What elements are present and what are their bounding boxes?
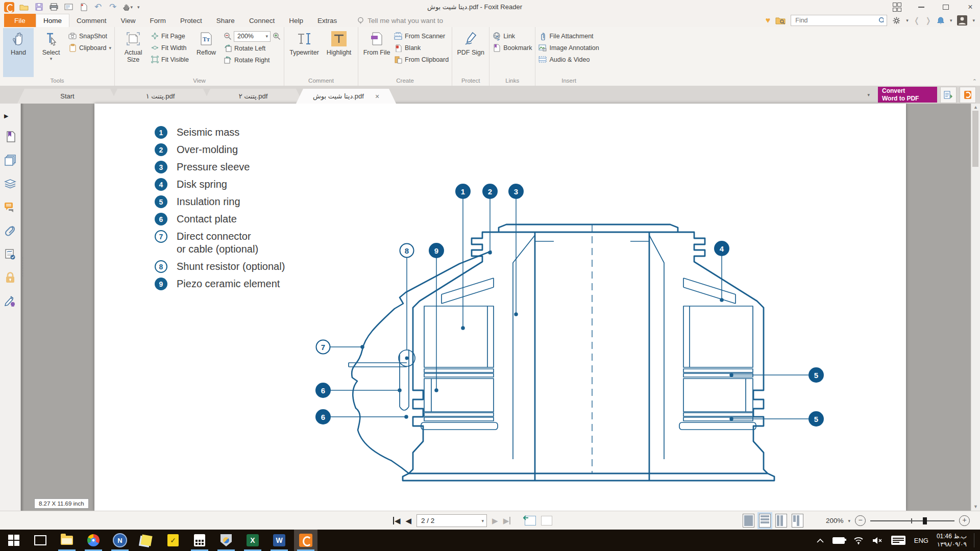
actual-size-button[interactable]: Actual Size [118, 28, 149, 77]
audio-video-button[interactable]: Audio & Video [538, 55, 599, 64]
bookmarks-panel-icon[interactable] [4, 131, 16, 143]
zoom-slider[interactable] [870, 520, 954, 521]
certificates-panel-icon[interactable] [4, 295, 16, 307]
pages-panel-icon[interactable] [4, 154, 16, 166]
tab-datasheet-bosch[interactable]: ديتا شيت بوش.pdf × [296, 89, 396, 104]
minimize-button[interactable] [916, 2, 927, 13]
history-back-icon[interactable]: ❬ [914, 16, 920, 25]
save-icon[interactable] [34, 2, 44, 12]
taskbar-file-explorer[interactable] [55, 530, 79, 551]
typewriter-button[interactable]: Typewriter [287, 28, 321, 77]
zoom-in-button[interactable]: + [959, 515, 970, 526]
clipboard-caret-icon[interactable]: ▾ [109, 45, 112, 51]
menu-help[interactable]: Help [282, 14, 310, 27]
restore-button[interactable] [940, 2, 951, 13]
sidebar-drag-handle[interactable] [22, 257, 23, 277]
link-button[interactable]: Link [493, 31, 532, 41]
scrollbar-thumb[interactable] [972, 111, 978, 167]
tab-list-caret-icon[interactable]: ▾ [867, 92, 870, 97]
start-button[interactable] [2, 530, 26, 551]
convert-word-to-pdf-button[interactable]: Convert Word to PDF [878, 87, 937, 103]
from-clipboard-button[interactable]: From Clipboard [394, 55, 449, 64]
find-magnifier-icon[interactable] [878, 17, 884, 24]
search-folder-icon[interactable] [775, 16, 786, 24]
tab-patent-2[interactable]: پتنت ٢.pdf [203, 89, 303, 104]
menu-protect[interactable]: Protect [173, 14, 209, 27]
menu-file[interactable]: File [4, 14, 36, 27]
digital-signature-panel-icon[interactable] [4, 248, 16, 260]
security-panel-icon[interactable] [4, 271, 16, 284]
continuous-facing-view-icon[interactable] [792, 514, 803, 528]
menu-home[interactable]: Home [36, 14, 69, 27]
user-caret-icon[interactable]: ▾ [972, 18, 975, 23]
taskbar-foxit-reader[interactable] [294, 530, 317, 551]
snapshot-button[interactable]: SnapShot [68, 31, 111, 41]
image-annotation-button[interactable]: Image Annotation [538, 43, 599, 53]
blank-button[interactable]: Blank [394, 43, 449, 53]
favorites-heart-icon[interactable]: ♥ [766, 16, 771, 25]
fit-width-button[interactable]: Fit Width [151, 43, 189, 53]
menu-extras[interactable]: Extras [310, 14, 344, 27]
rotate-right-button[interactable]: Rotate Right [224, 55, 281, 65]
clipboard-button[interactable]: Clipboard ▾ [68, 43, 111, 53]
email-icon[interactable] [63, 2, 74, 12]
first-page-button[interactable]: ◀ [393, 517, 401, 524]
notifications-caret-icon[interactable]: ▾ [950, 18, 952, 23]
taskbar-chrome[interactable] [82, 530, 105, 551]
wifi-icon[interactable] [853, 537, 864, 544]
redo-icon[interactable]: ↷ [108, 2, 118, 12]
user-avatar[interactable] [957, 15, 967, 26]
attachments-panel-icon[interactable] [4, 224, 16, 237]
notifications-bell-icon[interactable] [937, 16, 945, 25]
select-tool-button[interactable]: Select ▾ [36, 28, 66, 77]
next-view-button[interactable] [541, 516, 552, 525]
menu-view[interactable]: View [114, 14, 143, 27]
scroll-down-icon[interactable]: ▼ [971, 503, 980, 511]
from-file-button[interactable]: From File [361, 28, 392, 77]
new-from-blank-icon[interactable] [78, 2, 88, 12]
taskbar-sticky-notes[interactable] [135, 530, 158, 551]
rotate-left-button[interactable]: Rotate Left [224, 43, 281, 53]
settings-caret-icon[interactable]: ▾ [906, 18, 909, 23]
tab-close-icon[interactable]: × [375, 92, 379, 101]
zoom-slider-thumb[interactable] [923, 517, 927, 524]
bookmark-button[interactable]: Bookmark [493, 43, 532, 53]
menu-connect[interactable]: Connect [242, 14, 282, 27]
volume-muted-icon[interactable] [872, 537, 883, 544]
find-input[interactable] [794, 16, 878, 24]
menu-form[interactable]: Form [143, 14, 174, 27]
from-scanner-button[interactable]: From Scanner [394, 31, 449, 41]
status-zoom-caret-icon[interactable]: ▾ [848, 518, 850, 523]
highlight-button[interactable]: Highlight [323, 28, 355, 77]
page-number-box[interactable]: 2 / 2 ▾ [416, 514, 487, 527]
collapse-ribbon-icon[interactable]: ⌃ [972, 78, 977, 85]
show-desktop-button[interactable] [977, 530, 980, 551]
pdf-sign-button[interactable]: PDF Sign [455, 28, 486, 77]
fit-visible-button[interactable]: Fit Visible [151, 55, 189, 64]
tab-patent-1[interactable]: پتنت ١.pdf [110, 89, 210, 104]
tell-me-search[interactable]: Tell me what you want to [357, 14, 443, 27]
facing-view-icon[interactable] [775, 514, 787, 528]
close-button[interactable]: × [965, 2, 976, 13]
find-box[interactable] [791, 15, 887, 26]
hand-tool-button[interactable]: Hand [3, 28, 34, 77]
vertical-scrollbar[interactable]: ▲ ▼ [971, 104, 980, 511]
foxit-app-icon[interactable] [4, 2, 14, 12]
menu-share[interactable]: Share [209, 14, 242, 27]
settings-gear-icon[interactable] [892, 16, 901, 25]
scroll-up-icon[interactable]: ▲ [971, 104, 980, 111]
sidebar-expand-icon[interactable]: ▶ [4, 113, 8, 119]
menu-comment[interactable]: Comment [69, 14, 114, 27]
tab-start[interactable]: Start [17, 89, 117, 104]
customize-toolbar-icon[interactable]: ▾ [137, 5, 140, 10]
action-center-icon[interactable] [891, 536, 905, 545]
select-caret-icon[interactable]: ▾ [50, 56, 53, 61]
taskbar-photos[interactable] [214, 530, 238, 551]
word-to-pdf-tile[interactable] [940, 87, 957, 103]
taskbar-calendar[interactable] [188, 530, 211, 551]
print-icon[interactable] [48, 2, 59, 12]
zoom-out-icon[interactable] [224, 32, 232, 40]
open-file-icon[interactable] [19, 2, 29, 12]
taskbar-word[interactable]: W [267, 530, 291, 551]
layers-panel-icon[interactable] [4, 178, 16, 190]
